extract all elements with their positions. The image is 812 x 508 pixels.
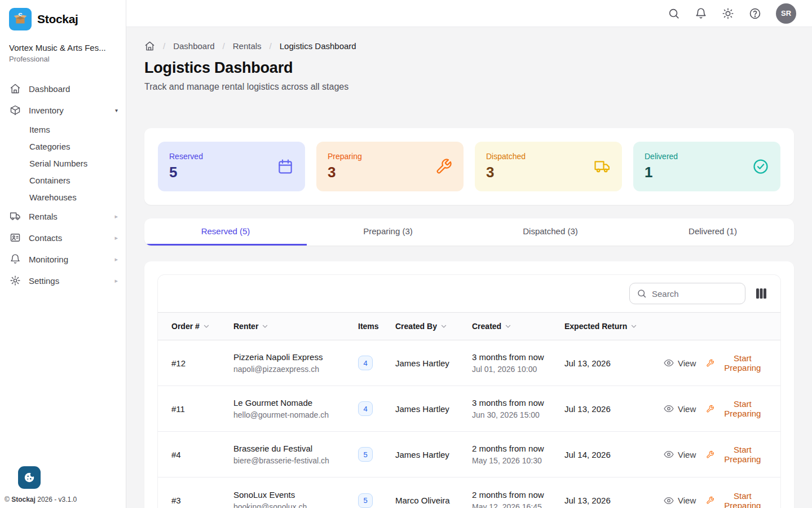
table-search — [629, 283, 745, 304]
wrench-icon — [435, 158, 452, 175]
table-row[interactable]: #11 Le Gourmet Nomade hello@gourmet-noma… — [158, 386, 780, 432]
column-header-expected-return[interactable]: Expected Return — [564, 322, 664, 331]
created-relative: 2 months from now — [472, 444, 564, 453]
sidebar: S Stockaj Vortex Music & Arts Fes... Pro… — [0, 0, 126, 508]
orders-table-card: Order # Renter Items Created By — [144, 261, 794, 508]
cookie-settings-button[interactable] — [18, 466, 41, 489]
stat-value: 5 — [169, 164, 203, 181]
help-icon[interactable] — [749, 7, 761, 20]
renter-name: Pizzeria Napoli Express — [233, 352, 358, 362]
copyright-text: © Stockaj 2026 - v3.1.0 — [0, 496, 126, 503]
breadcrumb-separator: / — [223, 41, 225, 51]
eye-icon — [664, 404, 674, 414]
order-number: #11 — [171, 404, 233, 414]
renter-email: hello@gourmet-nomade.ch — [233, 410, 358, 419]
sidebar-item-inventory[interactable]: Inventory ▾ — [0, 99, 126, 121]
created-absolute: May 15, 2026 10:30 — [472, 456, 564, 465]
stat-label: Reserved — [169, 152, 203, 161]
calendar-icon — [277, 158, 294, 175]
sidebar-item-label: Dashboard — [29, 84, 118, 94]
expected-return: Jul 13, 2026 — [564, 358, 664, 368]
chevron-right-icon: ▸ — [114, 256, 118, 263]
org-switcher[interactable]: Vortex Music & Arts Fes... Professional — [0, 36, 126, 68]
column-header-items: Items — [358, 322, 395, 331]
page-title: Logistics Dashboard — [144, 59, 794, 77]
table-header-row: Order # Renter Items Created By — [158, 312, 780, 340]
column-header-renter[interactable]: Renter — [233, 322, 358, 331]
sidebar-item-dashboard[interactable]: Dashboard — [0, 78, 126, 99]
breadcrumb-separator: / — [270, 41, 272, 51]
bell-icon — [10, 253, 21, 265]
sidebar-item-contacts[interactable]: Contacts ▸ — [0, 227, 126, 248]
sidebar-item-monitoring[interactable]: Monitoring ▸ — [0, 248, 126, 270]
expected-return: Jul 13, 2026 — [564, 404, 664, 414]
start-preparing-button[interactable]: Start Preparing — [706, 399, 767, 418]
tab-dispatched[interactable]: Dispatched (3) — [469, 218, 632, 246]
id-card-icon — [10, 232, 21, 243]
breadcrumb-separator: / — [163, 41, 165, 51]
sidebar-item-rentals[interactable]: Rentals ▸ — [0, 205, 126, 227]
brand-name: Stockaj — [37, 12, 78, 26]
avatar[interactable]: SR — [776, 3, 796, 24]
breadcrumb-dashboard[interactable]: Dashboard — [173, 41, 214, 51]
stat-delivered: Delivered 1 — [633, 142, 780, 191]
table-row[interactable]: #3 SonoLux Events booking@sonolux.ch 5 M… — [158, 478, 780, 508]
sidebar-item-categories[interactable]: Categories — [0, 138, 126, 155]
orders-table-panel: Order # Renter Items Created By — [158, 275, 780, 508]
created-by: James Hartley — [395, 404, 472, 414]
home-icon[interactable] — [144, 41, 155, 51]
view-button[interactable]: View — [664, 358, 696, 368]
status-tabs: Reserved (5) Preparing (3) Dispatched (3… — [144, 218, 794, 246]
view-button[interactable]: View — [664, 449, 696, 459]
sidebar-item-containers[interactable]: Containers — [0, 172, 126, 189]
created-absolute: May 12, 2026 16:45 — [472, 502, 564, 508]
order-number: #3 — [171, 496, 233, 505]
view-button[interactable]: View — [664, 404, 696, 414]
wrench-icon — [706, 404, 714, 414]
expected-return: Jul 13, 2026 — [564, 496, 664, 505]
search-input[interactable] — [652, 289, 738, 299]
truck-icon — [10, 211, 21, 222]
wrench-icon — [706, 358, 714, 368]
caret-down-icon: ▾ — [115, 107, 118, 113]
start-preparing-button[interactable]: Start Preparing — [706, 353, 767, 373]
theme-sun-icon[interactable] — [722, 7, 734, 20]
org-name: Vortex Music & Arts Fes... — [9, 43, 117, 52]
sidebar-item-serial-numbers[interactable]: Serial Numbers — [0, 155, 126, 172]
columns-toggle-button[interactable] — [756, 288, 767, 299]
brand[interactable]: S Stockaj — [0, 0, 126, 36]
start-preparing-button[interactable]: Start Preparing — [706, 491, 767, 508]
sidebar-item-label: Items — [29, 125, 50, 134]
stats-summary: Reserved 5 Preparing 3 Dispatched 3 — [144, 128, 794, 205]
wrench-icon — [706, 496, 714, 505]
tab-delivered[interactable]: Delivered (1) — [632, 218, 794, 246]
stat-value: 3 — [328, 164, 362, 181]
start-preparing-button[interactable]: Start Preparing — [706, 445, 767, 464]
items-count-badge: 5 — [358, 447, 373, 462]
items-count-badge: 5 — [358, 493, 373, 508]
view-button[interactable]: View — [664, 496, 696, 506]
column-header-created-by[interactable]: Created By — [395, 322, 472, 331]
table-row[interactable]: #4 Brasserie du Festival biere@brasserie… — [158, 432, 780, 478]
sidebar-item-settings[interactable]: Settings ▸ — [0, 270, 126, 291]
sidebar-item-label: Monitoring — [29, 255, 107, 264]
tab-preparing[interactable]: Preparing (3) — [307, 218, 469, 246]
search-icon[interactable] — [668, 7, 680, 20]
created-relative: 3 months from now — [472, 352, 564, 362]
chevron-down-icon — [630, 322, 638, 330]
notifications-bell-icon[interactable] — [695, 7, 707, 20]
column-header-order[interactable]: Order # — [171, 322, 233, 331]
table-row[interactable]: #12 Pizzeria Napoli Express napoli@pizza… — [158, 340, 780, 386]
gear-icon — [10, 275, 21, 286]
items-count-badge: 4 — [358, 356, 373, 370]
page-subtitle: Track and manage rental logistics across… — [144, 82, 794, 92]
wrench-icon — [706, 450, 714, 459]
sidebar-item-warehouses[interactable]: Warehouses — [0, 189, 126, 205]
expected-return: Jul 14, 2026 — [564, 450, 664, 459]
sidebar-item-items[interactable]: Items — [0, 121, 126, 138]
column-header-created[interactable]: Created — [472, 322, 564, 331]
tab-reserved[interactable]: Reserved (5) — [144, 218, 307, 246]
breadcrumb-rentals[interactable]: Rentals — [233, 41, 262, 51]
order-number: #12 — [171, 358, 233, 368]
created-absolute: Jul 01, 2026 10:00 — [472, 365, 564, 374]
